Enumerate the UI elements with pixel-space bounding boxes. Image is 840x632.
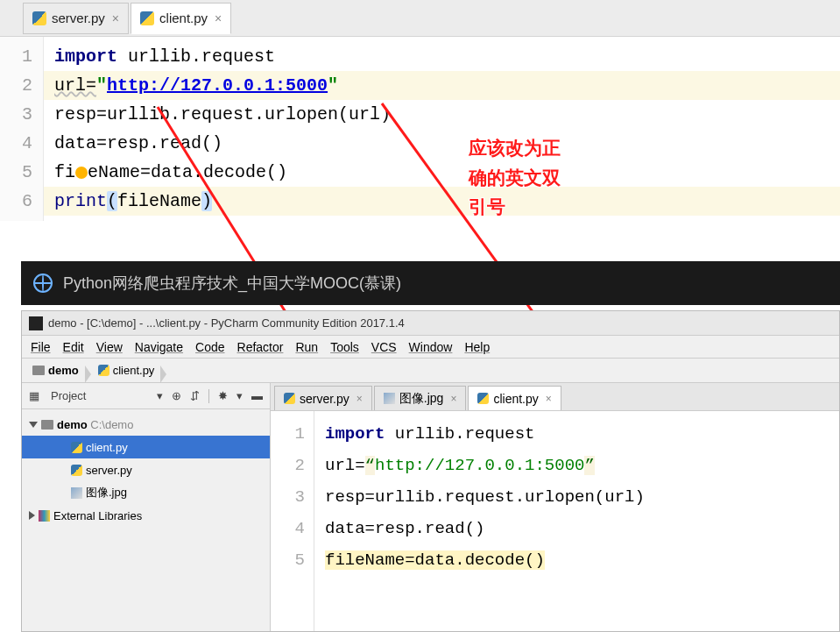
gear-icon[interactable]: ✸ <box>218 389 228 402</box>
project-pane: ▦ Project ▾ ⊕ ⇵ ✸ ▾ ▬ demo C:\demo <box>22 383 271 631</box>
annotation-correct-quotes: 应该改为正 确的英文双 引号 <box>469 133 561 222</box>
chevron-down-icon[interactable]: ▾ <box>157 389 163 402</box>
tab-client-py[interactable]: client.py × <box>131 3 231 34</box>
folder-icon <box>32 366 45 375</box>
close-icon[interactable]: × <box>112 11 119 25</box>
expand-icon[interactable] <box>29 511 35 520</box>
ide-editor-tabs: server.py × 图像.jpg × client.py × <box>271 383 839 411</box>
tree-file-image[interactable]: 图像.jpg <box>22 481 270 504</box>
globe-icon <box>33 273 53 293</box>
menu-tools[interactable]: Tools <box>330 340 359 354</box>
tree-file-server[interactable]: server.py <box>22 458 270 481</box>
python-icon <box>284 393 295 404</box>
library-icon <box>39 510 50 522</box>
breadcrumb: demo client.py <box>22 359 839 383</box>
python-icon <box>71 442 82 453</box>
image-icon <box>384 393 395 404</box>
close-icon[interactable]: × <box>450 393 456 405</box>
expand-icon[interactable] <box>29 422 38 428</box>
ide-gutter: 12345 <box>271 411 314 631</box>
close-icon[interactable]: × <box>215 11 222 25</box>
top-code-area[interactable]: 123456 import urllib.request url="http:/… <box>0 37 840 221</box>
close-icon[interactable]: × <box>356 393 363 405</box>
hide-icon[interactable]: ▬ <box>251 389 263 402</box>
folder-icon <box>41 420 53 430</box>
tab-label: client.py <box>159 11 208 25</box>
ide-code-body[interactable]: import urllib.request url=“http://127.0.… <box>314 411 645 631</box>
pycharm-icon <box>29 316 43 330</box>
menu-edit[interactable]: Edit <box>63 340 84 354</box>
tree-file-client[interactable]: client.py <box>22 436 270 458</box>
menu-window[interactable]: Window <box>409 340 453 354</box>
python-icon <box>477 393 489 404</box>
target-icon[interactable]: ⊕ <box>172 389 181 402</box>
python-icon <box>32 11 46 25</box>
ide-editor-pane: server.py × 图像.jpg × client.py × 12345 <box>271 383 839 631</box>
kw-import: import <box>54 46 117 67</box>
project-toolrow: ▦ Project ▾ ⊕ ⇵ ✸ ▾ ▬ <box>22 383 270 409</box>
lightbulb-icon[interactable] <box>75 167 88 179</box>
menu-navigate[interactable]: Navigate <box>135 340 183 354</box>
menu-refactor[interactable]: Refactor <box>237 340 284 354</box>
project-label[interactable]: Project <box>51 389 86 402</box>
ide-menu: File Edit View Navigate Code Refactor Ru… <box>22 336 839 359</box>
tree-root[interactable]: demo C:\demo <box>22 413 270 436</box>
crumb-demo[interactable]: demo <box>29 364 86 377</box>
collapse-icon[interactable]: ⇵ <box>190 389 200 402</box>
python-icon <box>98 365 109 376</box>
browser-tab-bar: Python网络爬虫程序技术_中国大学MOOC(慕课) <box>21 261 840 305</box>
line-gutter: 123456 <box>0 37 44 221</box>
ide-titlebar: demo - [C:\demo] - ...\client.py - PyCha… <box>22 311 839 336</box>
image-icon <box>71 487 82 499</box>
menu-run[interactable]: Run <box>295 340 318 354</box>
menu-vcs[interactable]: VCS <box>371 340 397 354</box>
ide-code-area[interactable]: 12345 import urllib.request url=“http://… <box>271 411 839 631</box>
tab-server-py[interactable]: server.py × <box>23 3 129 34</box>
ide-tab-client[interactable]: client.py × <box>468 386 561 410</box>
project-view-icon[interactable]: ▦ <box>29 389 42 402</box>
chevron-down-icon[interactable]: ▾ <box>236 389 243 402</box>
top-editor: server.py × client.py × 123456 import ur… <box>0 0 840 221</box>
ide-tab-server[interactable]: server.py × <box>274 386 372 410</box>
code-body[interactable]: import urllib.request url="http://127.0.… <box>44 37 840 221</box>
menu-code[interactable]: Code <box>195 340 224 354</box>
tree-ext-libs[interactable]: External Libraries <box>22 504 270 527</box>
ide-tab-image[interactable]: 图像.jpg × <box>374 386 467 410</box>
menu-view[interactable]: View <box>96 340 123 354</box>
ide-window: demo - [C:\demo] - ...\client.py - PyCha… <box>21 310 840 632</box>
ide-body: ▦ Project ▾ ⊕ ⇵ ✸ ▾ ▬ demo C:\demo <box>22 383 839 631</box>
python-icon <box>71 465 82 476</box>
browser-tab-title[interactable]: Python网络爬虫程序技术_中国大学MOOC(慕课) <box>63 273 401 294</box>
crumb-client[interactable]: client.py <box>95 364 162 377</box>
python-icon <box>140 11 154 25</box>
close-icon[interactable]: × <box>546 393 552 405</box>
menu-help[interactable]: Help <box>464 340 490 354</box>
url-literal[interactable]: http://127.0.0.1:5000 <box>107 75 328 96</box>
project-tree[interactable]: demo C:\demo client.py server.py 图像.jpg <box>22 409 270 530</box>
top-tabbar: server.py × client.py × <box>0 0 840 37</box>
menu-file[interactable]: File <box>31 340 51 354</box>
tab-label: server.py <box>52 11 105 25</box>
